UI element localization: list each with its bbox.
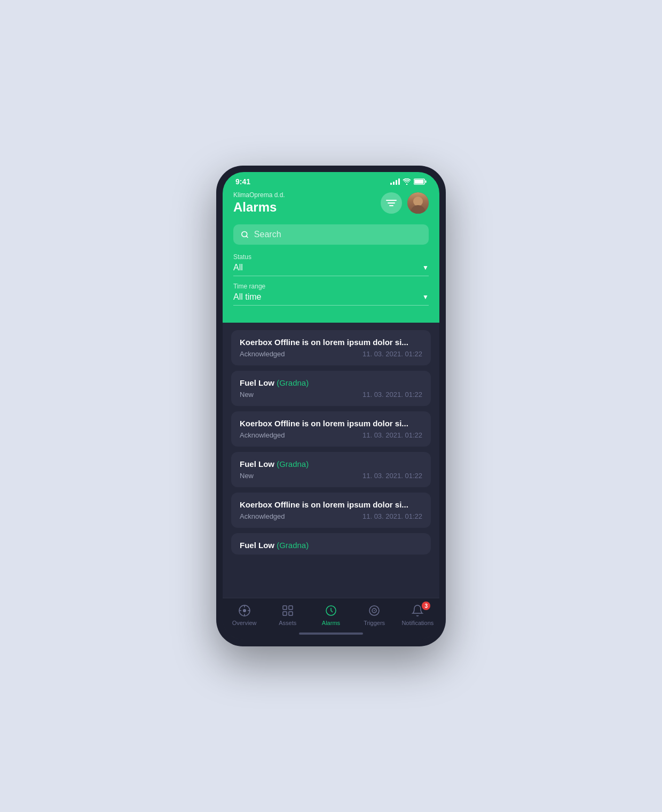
status-label: Status bbox=[233, 253, 429, 261]
header: KlimaOprema d.d. Alarms bbox=[223, 188, 439, 224]
bottom-nav: OverviewAssetsAlarmsTriggers3Notificatio… bbox=[223, 598, 439, 629]
svg-rect-16 bbox=[283, 612, 287, 615]
alarm-time: 11. 03. 2021. 01:22 bbox=[362, 350, 422, 358]
alarm-location: (Gradna) bbox=[277, 459, 309, 469]
svg-rect-2 bbox=[425, 181, 426, 183]
alarm-meta: Acknowledged11. 03. 2021. 01:22 bbox=[240, 431, 422, 439]
alarm-meta: New11. 03. 2021. 01:22 bbox=[240, 472, 422, 480]
alarm-time: 11. 03. 2021. 01:22 bbox=[362, 512, 422, 520]
svg-point-9 bbox=[243, 609, 246, 612]
alarm-card-partial[interactable]: Fuel Low (Gradna) bbox=[231, 533, 431, 555]
phone-device: 9:41 KlimaOprema d.d. Alarms bbox=[216, 166, 446, 646]
alarm-location: (Gradna) bbox=[277, 378, 309, 387]
wifi-icon bbox=[403, 178, 411, 185]
alarm-title: Fuel Low (Gradna) bbox=[240, 459, 422, 469]
alarms-nav-icon bbox=[324, 604, 338, 618]
alarm-status: Acknowledged bbox=[240, 350, 285, 358]
overview-nav-icon bbox=[238, 604, 251, 618]
alarm-card[interactable]: Fuel Low (Gradna)New11. 03. 2021. 01:22 bbox=[231, 452, 431, 487]
filter-button[interactable] bbox=[381, 192, 402, 214]
search-input[interactable] bbox=[254, 230, 421, 239]
alarm-card[interactable]: Koerbox Offline is on lorem ipsum dolor … bbox=[231, 411, 431, 447]
svg-point-21 bbox=[374, 610, 375, 611]
svg-rect-14 bbox=[283, 606, 287, 610]
assets-nav-label: Assets bbox=[279, 620, 296, 626]
notification-badge: 3 bbox=[422, 602, 430, 610]
nav-item-triggers[interactable]: Triggers bbox=[358, 604, 390, 626]
alarm-title: Koerbox Offline is on lorem ipsum dolor … bbox=[240, 338, 422, 347]
nav-item-overview[interactable]: Overview bbox=[228, 604, 261, 626]
svg-line-7 bbox=[246, 236, 248, 238]
phone-screen: 9:41 KlimaOprema d.d. Alarms bbox=[223, 172, 439, 640]
nav-item-alarms[interactable]: Alarms bbox=[315, 604, 347, 626]
alarm-status: New bbox=[240, 391, 254, 399]
alarm-card[interactable]: Fuel Low (Gradna)New11. 03. 2021. 01:22 bbox=[231, 371, 431, 406]
avatar[interactable] bbox=[407, 192, 429, 214]
alarm-status: Acknowledged bbox=[240, 431, 285, 439]
notifications-nav-label: Notifications bbox=[401, 620, 434, 626]
partial-alarm-title: Fuel Low (Gradna) bbox=[240, 541, 422, 550]
alarm-title: Koerbox Offline is on lorem ipsum dolor … bbox=[240, 419, 422, 428]
svg-rect-17 bbox=[289, 612, 293, 615]
status-bar: 9:41 bbox=[223, 172, 439, 188]
alarm-meta: Acknowledged11. 03. 2021. 01:22 bbox=[240, 512, 422, 520]
alarm-card[interactable]: Koerbox Offline is on lorem ipsum dolor … bbox=[231, 330, 431, 365]
search-box[interactable] bbox=[233, 224, 429, 245]
home-bar bbox=[299, 633, 363, 635]
svg-rect-1 bbox=[414, 179, 423, 184]
alarm-status: New bbox=[240, 472, 254, 480]
alarm-time: 11. 03. 2021. 01:22 bbox=[362, 431, 422, 439]
search-filter-area: Status All ▼ Time range All time ▼ bbox=[223, 224, 439, 323]
alarm-list: Koerbox Offline is on lorem ipsum dolor … bbox=[223, 323, 439, 598]
page-title: Alarms bbox=[233, 200, 285, 215]
nav-item-assets[interactable]: Assets bbox=[272, 604, 304, 626]
status-filter: Status All ▼ bbox=[233, 253, 429, 276]
triggers-nav-label: Triggers bbox=[364, 620, 385, 626]
nav-item-notifications[interactable]: 3Notifications bbox=[401, 604, 434, 626]
alarm-time: 11. 03. 2021. 01:22 bbox=[362, 472, 422, 480]
timerange-value: All time bbox=[233, 292, 261, 302]
timerange-label: Time range bbox=[233, 283, 429, 290]
status-select[interactable]: All ▼ bbox=[233, 263, 429, 276]
alarm-meta: Acknowledged11. 03. 2021. 01:22 bbox=[240, 350, 422, 358]
timerange-select[interactable]: All time ▼ bbox=[233, 292, 429, 306]
assets-nav-icon bbox=[281, 604, 295, 618]
status-icons bbox=[390, 178, 427, 185]
alarm-status: Acknowledged bbox=[240, 512, 285, 520]
header-actions bbox=[381, 192, 429, 214]
alarm-title: Fuel Low (Gradna) bbox=[240, 378, 422, 387]
filter-icon bbox=[386, 199, 397, 207]
signal-icon bbox=[390, 178, 400, 185]
company-name: KlimaOprema d.d. bbox=[233, 191, 285, 199]
overview-nav-label: Overview bbox=[232, 620, 257, 626]
partial-alarm-location: (Gradna) bbox=[277, 541, 309, 550]
header-title-area: KlimaOprema d.d. Alarms bbox=[233, 191, 285, 215]
alarm-card[interactable]: Koerbox Offline is on lorem ipsum dolor … bbox=[231, 493, 431, 528]
alarm-meta: New11. 03. 2021. 01:22 bbox=[240, 391, 422, 399]
clock: 9:41 bbox=[235, 177, 250, 186]
svg-rect-15 bbox=[289, 606, 293, 610]
search-icon bbox=[241, 230, 249, 239]
home-indicator bbox=[223, 629, 439, 640]
timerange-chevron-icon: ▼ bbox=[422, 293, 429, 301]
alarm-title: Koerbox Offline is on lorem ipsum dolor … bbox=[240, 500, 422, 509]
alarms-nav-label: Alarms bbox=[322, 620, 340, 626]
status-value: All bbox=[233, 263, 243, 272]
alarm-time: 11. 03. 2021. 01:22 bbox=[362, 391, 422, 399]
battery-icon bbox=[414, 178, 427, 185]
triggers-nav-icon bbox=[367, 604, 381, 618]
timerange-filter: Time range All time ▼ bbox=[233, 283, 429, 306]
status-chevron-icon: ▼ bbox=[422, 264, 429, 271]
